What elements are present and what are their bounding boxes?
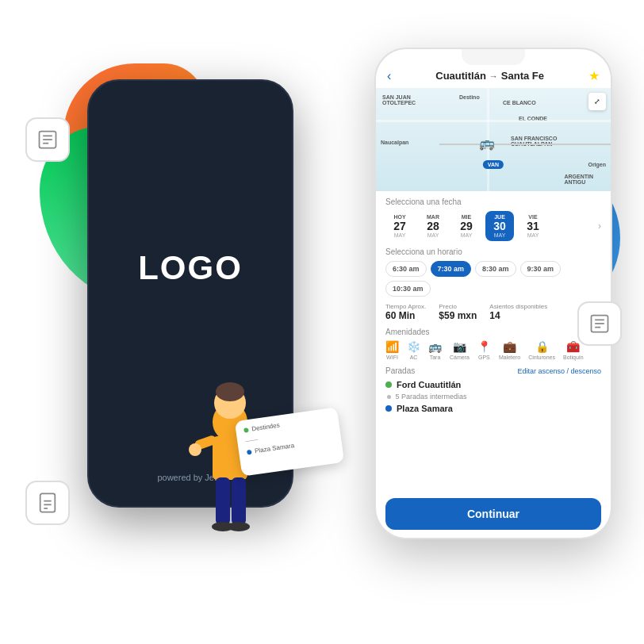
time-chip-2[interactable]: 8:30 am [475,261,516,277]
date-cell-3[interactable]: JUE 30 MAY [485,211,514,241]
map-label-dest: Destino [459,94,480,100]
asientos-cell: Asientos disponibles 14 [489,303,547,321]
amenity-maletero: 💼 Maletero [499,340,520,360]
logo-text: LOGO [138,249,243,287]
precio-cell: Precio $59 mxn [439,303,477,321]
ac-icon: ❄️ [407,340,420,353]
date-num-0: 27 [393,220,406,232]
stop-name-0: Ford Cuautitlán [397,380,461,389]
ticket-dest-dot [247,449,252,454]
date-day-2: MIE [462,214,471,220]
stop-dot-green [385,381,392,388]
stop-item-1: Plaza Samara [385,404,601,413]
date-row: HOY 27 MAY MAR 28 MAY MIE 29 MAY [385,211,601,241]
precio-label: Precio [439,303,477,310]
date-num-2: 29 [460,220,473,232]
map-label-origin: Origen [588,162,606,167]
phone-notch-right [462,49,525,65]
paradas-row: Paradas Editar ascenso / descenso [385,366,601,375]
date-month-2: MAY [461,232,473,238]
paradas-edit-link[interactable]: Editar ascenso / descenso [517,367,601,375]
stop-item-intermediate: 5 Paradas intermedias [385,393,601,401]
tiempo-cell: Tiempo Aprox. 60 Min [385,303,426,321]
map-label-argent: ARGENTINANTIGU [564,174,593,185]
tiempo-value: 60 Min [385,310,426,321]
phone-notch-left [159,81,222,98]
stop-dot-gray [387,395,391,399]
camera-label: Cámera [450,355,470,360]
amenity-camera: 📷 Cámera [450,340,470,360]
time-chip-3[interactable]: 9:30 am [520,261,562,277]
amenity-botiquin: 🧰 Botiquín [563,340,584,360]
time-chip-0[interactable]: 6:30 am [385,261,427,277]
svg-point-18 [189,443,201,456]
ticket-from-label: Destindes [251,422,280,433]
stop-intermediate-label: 5 Paradas intermedias [396,393,467,401]
amenity-ac: ❄️ AC [407,340,420,360]
tiempo-label: Tiempo Aprox. [385,303,426,310]
phones-container: LOGO powered by Jetty [63,48,612,596]
route-arrow: → [489,71,498,81]
map-expand-button[interactable]: ⤢ [588,93,606,110]
ticket-to-label: Plaza Samara [255,442,295,454]
back-button[interactable]: ‹ [387,69,391,83]
stop-dot-blue [385,405,392,412]
date-day-0: HOY [393,214,405,220]
botiquin-icon: 🧰 [566,340,580,353]
date-month-0: MAY [394,232,406,238]
map-label-2: CE BLANCO [503,100,536,105]
time-chip-1[interactable]: 7:30 am [431,261,472,277]
svg-rect-4 [40,493,56,512]
favorite-star[interactable]: ★ [588,68,600,83]
phone-right-inner: ‹ Cuautitlán → Santa Fe ★ SAN JUANOTOLTE… [376,49,611,538]
date-cell-0[interactable]: HOY 27 MAY [385,211,414,241]
stop-name-1: Plaza Samara [397,404,453,413]
maletero-icon: 💼 [503,340,516,353]
cinturones-label: Cinturones [528,355,555,360]
amenity-tara: 🚌 Tara [428,340,442,360]
date-day-1: MAR [427,214,439,220]
amenities-label: Amenidades [385,328,601,336]
map-area: SAN JUANOTOLTEPEC Destino CE BLANCO EL C… [376,88,611,191]
list-icon-midright [577,301,622,346]
date-chevron[interactable]: › [598,220,601,232]
paradas-title: Paradas [385,366,415,375]
date-cell-4[interactable]: VIE 31 MAY [519,211,547,241]
gps-label: GPS [478,355,490,360]
continue-button[interactable]: Continuar [385,498,601,530]
date-day-3: JUE [494,214,505,220]
date-num-1: 28 [427,220,439,232]
botiquin-label: Botiquín [563,355,584,360]
time-section-label: Selecciona un horario [385,247,601,256]
route-from: Cuautitlán [435,70,486,82]
ticket-origin-dot [243,427,249,433]
svg-rect-20 [216,477,230,525]
bus-icon: 🚌 [479,136,495,151]
svg-point-23 [228,522,250,531]
time-row: 6:30 am 7:30 am 8:30 am 9:30 am 10:30 am [385,261,601,297]
date-month-1: MAY [427,232,439,238]
phone-right: ‹ Cuautitlán → Santa Fe ★ SAN JUANOTOLTE… [374,48,612,539]
time-chip-4[interactable]: 10:30 am [385,281,431,297]
asientos-label: Asientos disponibles [489,303,547,310]
gps-icon: 📍 [477,340,491,353]
van-marker: VAN [483,160,504,169]
info-row: Tiempo Aprox. 60 Min Precio $59 mxn Asie… [385,303,601,321]
list-icon-topleft [25,117,70,162]
content-area: Selecciona una fecha HOY 27 MAY MAR 28 M… [376,191,611,493]
wifi-icon: 📶 [385,340,399,353]
date-month-3: MAY [494,232,506,238]
map-label-4: Naucalpan [381,140,408,145]
date-day-4: VIE [528,214,537,220]
asientos-value: 14 [489,310,547,321]
precio-value: $59 mxn [439,310,477,321]
date-month-4: MAY [527,232,539,238]
document-icon-bottomleft [25,481,70,525]
date-num-4: 31 [527,220,539,232]
amenities-row: 📶 WIFI ❄️ AC 🚌 Tara 📷 Cámera [385,340,601,360]
app-header: ‹ Cuautitlán → Santa Fe ★ [376,65,611,88]
ac-label: AC [410,355,418,360]
camera-icon: 📷 [453,340,466,353]
date-cell-1[interactable]: MAR 28 MAY [419,211,447,241]
date-cell-2[interactable]: MIE 29 MAY [452,211,481,241]
